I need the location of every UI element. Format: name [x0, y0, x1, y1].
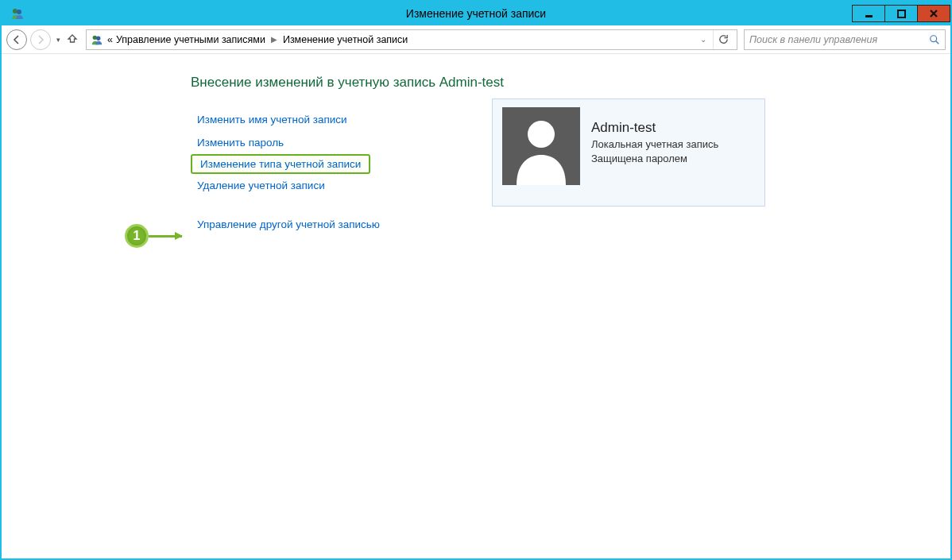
annotation-arrow-icon [149, 235, 182, 238]
svg-rect-2 [865, 15, 873, 17]
window: Изменение учетной записи ▾ [0, 0, 952, 560]
account-info: Admin-test Локальная учетная запись Защи… [591, 107, 718, 165]
breadcrumb-separator-icon: ▶ [269, 35, 280, 44]
back-button[interactable] [6, 29, 27, 50]
address-dropdown[interactable]: ⌄ [695, 35, 711, 44]
app-icon [6, 2, 29, 25]
forward-button[interactable] [30, 29, 51, 50]
avatar [502, 107, 580, 185]
account-protection: Защищена паролем [591, 152, 718, 166]
svg-point-9 [528, 121, 555, 148]
svg-point-5 [96, 36, 100, 40]
maximize-button[interactable] [884, 5, 918, 22]
breadcrumb-item-accounts[interactable]: Управление учетными записями [116, 34, 265, 45]
breadcrumb-item-change[interactable]: Изменение учетной записи [283, 34, 408, 45]
svg-point-1 [17, 10, 21, 14]
content-area: Внесение изменений в учетную запись Admi… [2, 54, 950, 558]
search-icon[interactable] [929, 34, 940, 45]
breadcrumb-prefix: « [107, 34, 113, 45]
up-button[interactable] [65, 33, 79, 46]
page-heading: Внесение изменений в учетную запись Admi… [191, 75, 950, 91]
titlebar: Изменение учетной записи [2, 2, 950, 25]
minimize-button[interactable] [852, 5, 885, 22]
account-name: Admin-test [591, 120, 718, 136]
window-controls [853, 5, 950, 22]
window-title: Изменение учетной записи [2, 7, 950, 20]
search-input[interactable] [749, 34, 929, 45]
link-manage-other-account[interactable]: Управление другой учетной записью [191, 213, 386, 236]
account-card: Admin-test Локальная учетная запись Защи… [492, 98, 765, 207]
svg-point-6 [931, 35, 937, 41]
address-bar[interactable]: « Управление учетными записями ▶ Изменен… [86, 29, 737, 50]
link-rename-account[interactable]: Изменить имя учетной записи [191, 108, 354, 131]
svg-rect-3 [898, 10, 905, 17]
annotation-badge: 1 [125, 224, 149, 248]
refresh-button[interactable] [713, 30, 733, 49]
account-type: Локальная учетная запись [591, 137, 718, 152]
annotation-step-1: 1 [125, 224, 182, 248]
svg-point-4 [93, 35, 97, 39]
svg-line-7 [936, 41, 939, 44]
history-dropdown[interactable]: ▾ [54, 36, 62, 44]
link-change-password[interactable]: Изменить пароль [191, 131, 290, 154]
user-accounts-icon [90, 33, 104, 47]
link-change-account-type[interactable]: Изменение типа учетной записи [191, 154, 370, 174]
svg-point-0 [13, 9, 17, 14]
link-delete-account[interactable]: Удаление учетной записи [191, 174, 331, 197]
search-box[interactable] [744, 29, 946, 50]
navigation-toolbar: ▾ « Управление учетными записями ▶ Измен… [2, 25, 950, 54]
close-button[interactable] [917, 5, 950, 22]
